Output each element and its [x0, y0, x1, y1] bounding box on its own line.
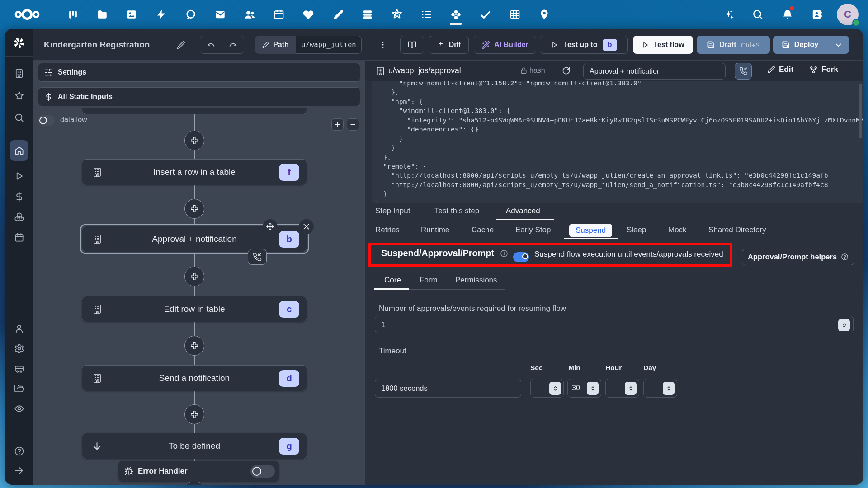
- diff-button[interactable]: Diff: [429, 36, 469, 54]
- sidebar-item-schedules[interactable]: [10, 228, 28, 246]
- flow-node-edit-row[interactable]: Edit row in table c: [82, 296, 307, 322]
- tab-early-stop[interactable]: Early Stop: [515, 225, 551, 235]
- tab-advanced[interactable]: Advanced: [506, 206, 540, 216]
- contacts-menu-icon[interactable]: [807, 0, 827, 29]
- node-delete-button[interactable]: [299, 219, 314, 234]
- timeout-sec-input[interactable]: [530, 379, 564, 398]
- number-stepper[interactable]: [625, 382, 637, 395]
- tab-form[interactable]: Form: [420, 276, 438, 285]
- search-icon[interactable]: [748, 0, 768, 29]
- suspend-toggle[interactable]: [513, 252, 529, 262]
- test-up-to-button[interactable]: Test up to b: [540, 36, 628, 54]
- timeout-hour-input[interactable]: [605, 379, 639, 398]
- insert-step-button[interactable]: [184, 336, 204, 356]
- tab-cache[interactable]: Cache: [472, 225, 494, 235]
- sidebar-item-home[interactable]: [10, 140, 28, 161]
- app-tables-icon[interactable]: [505, 0, 525, 29]
- sidebar-item-resources[interactable]: [10, 208, 28, 226]
- app-notes-icon[interactable]: [328, 0, 348, 29]
- app-collectives-icon[interactable]: [387, 0, 407, 29]
- number-stepper[interactable]: [549, 382, 561, 395]
- info-icon[interactable]: [500, 249, 508, 258]
- timeout-value-input[interactable]: 1800 seconds: [375, 379, 521, 398]
- path-value-input[interactable]: u/wapp_julien: [296, 36, 362, 54]
- app-dashboard-icon[interactable]: [63, 0, 83, 29]
- fork-step-button[interactable]: Fork: [809, 65, 838, 74]
- approval-helpers-button[interactable]: Approval/Prompt helpers: [742, 249, 854, 265]
- tab-sleep[interactable]: Sleep: [627, 225, 646, 235]
- sidebar-item-folders[interactable]: [10, 380, 28, 398]
- app-maps-icon[interactable]: [534, 0, 554, 29]
- flow-node-to-be-defined[interactable]: To be defined g: [82, 433, 307, 459]
- undo-button[interactable]: [200, 36, 222, 53]
- notifications-bell-icon[interactable]: [778, 0, 797, 29]
- tab-step-input[interactable]: Step Input: [375, 206, 410, 216]
- all-static-inputs-button[interactable]: All Static Inputs: [38, 87, 360, 106]
- assistant-sparkles-icon[interactable]: [719, 0, 739, 29]
- refresh-icon[interactable]: [562, 66, 571, 75]
- tab-runtime[interactable]: Runtime: [421, 225, 449, 235]
- app-todo-icon[interactable]: [416, 0, 436, 29]
- zoom-out-button[interactable]: [347, 118, 359, 131]
- windmill-logo[interactable]: [10, 34, 28, 52]
- app-contacts-icon[interactable]: [240, 0, 259, 29]
- app-health-icon[interactable]: [298, 0, 318, 29]
- redo-button[interactable]: [222, 36, 244, 53]
- app-tasks-icon[interactable]: [475, 0, 495, 29]
- step-name-input[interactable]: Approval + notification: [583, 63, 726, 80]
- sidebar-item-runs[interactable]: [10, 167, 28, 185]
- insert-step-button[interactable]: [184, 131, 204, 150]
- tab-test-this-step[interactable]: Test this step: [434, 206, 479, 216]
- edit-title-icon[interactable]: [177, 41, 185, 49]
- deploy-dropdown-button[interactable]: [827, 36, 849, 54]
- sidebar-item-help[interactable]: [10, 442, 28, 460]
- zoom-in-button[interactable]: [331, 118, 344, 131]
- nextcloud-logo[interactable]: [11, 0, 43, 29]
- number-stepper[interactable]: [663, 382, 675, 395]
- flow-preview-button[interactable]: [400, 36, 424, 54]
- error-handler-toggle[interactable]: [250, 465, 275, 478]
- insert-step-button[interactable]: [184, 404, 204, 424]
- app-windmill-icon[interactable]: [446, 0, 466, 29]
- sidebar-item-variables[interactable]: [10, 188, 28, 206]
- tab-mock[interactable]: Mock: [668, 225, 687, 235]
- deploy-button[interactable]: Deploy: [773, 36, 827, 54]
- test-flow-button[interactable]: Test flow: [633, 36, 693, 54]
- tab-retries[interactable]: Retries: [375, 225, 400, 235]
- flow-node-send-notification[interactable]: Send a notification d: [82, 365, 307, 391]
- tab-core[interactable]: Core: [384, 276, 401, 285]
- app-photos-icon[interactable]: [122, 0, 142, 29]
- dataflow-toggle[interactable]: [38, 115, 55, 126]
- avatar[interactable]: C: [837, 4, 859, 25]
- flow-settings-button[interactable]: Settings: [38, 63, 360, 82]
- sidebar-item-audit[interactable]: [10, 399, 28, 418]
- sidebar-item-favorites[interactable]: [10, 86, 28, 104]
- suspend-phone-badge[interactable]: [248, 249, 267, 265]
- sidebar-item-search[interactable]: [10, 108, 28, 127]
- number-stepper[interactable]: [587, 382, 599, 395]
- edit-step-button[interactable]: Edit: [767, 65, 793, 74]
- flow-node-insert-row[interactable]: Insert a row in a table f: [82, 159, 307, 185]
- tab-permissions[interactable]: Permissions: [455, 276, 497, 285]
- approvals-count-input[interactable]: 1: [375, 316, 854, 333]
- sidebar-item-settings[interactable]: [10, 339, 28, 357]
- timeout-day-input[interactable]: [643, 379, 677, 398]
- insert-step-button[interactable]: [184, 267, 204, 286]
- ai-builder-button[interactable]: AI Builder: [474, 36, 536, 54]
- number-stepper[interactable]: [838, 319, 850, 331]
- app-files-icon[interactable]: [92, 0, 112, 29]
- more-menu-icon[interactable]: [378, 38, 387, 52]
- path-button[interactable]: Path: [255, 36, 296, 54]
- node-move-handle[interactable]: [263, 219, 278, 234]
- error-handler-node[interactable]: Error Handler: [118, 461, 279, 482]
- draft-button[interactable]: Draft Ctrl+S: [697, 36, 770, 54]
- sidebar-item-workers[interactable]: [10, 360, 28, 378]
- scrollbar-thumb[interactable]: [859, 84, 862, 138]
- app-calendar-icon[interactable]: [269, 0, 289, 29]
- sidebar-item-modules[interactable]: [10, 64, 28, 82]
- timeout-min-input[interactable]: 30: [567, 379, 601, 398]
- sidebar-item-expand[interactable]: [10, 461, 28, 479]
- tab-suspend[interactable]: Suspend: [569, 224, 612, 237]
- suspend-indicator-button[interactable]: [735, 63, 752, 80]
- app-deck-icon[interactable]: [358, 0, 377, 29]
